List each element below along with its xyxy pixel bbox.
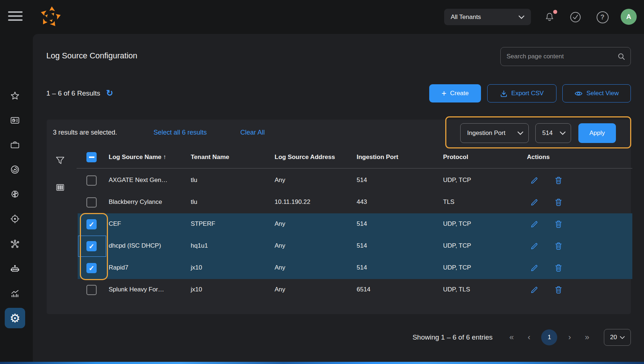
notifications-button[interactable] — [543, 10, 556, 24]
chevron-down-icon — [519, 15, 524, 19]
sort-asc-icon: ↑ — [163, 154, 166, 160]
delete-icon[interactable] — [554, 241, 563, 251]
select-all-checkbox[interactable] — [86, 152, 97, 162]
star-icon — [10, 91, 20, 101]
delete-icon[interactable] — [554, 176, 563, 185]
chevron-down-icon — [517, 131, 523, 135]
row-checkbox[interactable]: ✓ — [86, 219, 97, 229]
edit-icon[interactable] — [529, 220, 539, 229]
select-all-link[interactable]: Select all 6 results — [154, 129, 207, 136]
create-button[interactable]: + Create — [429, 84, 481, 102]
filter-button[interactable] — [55, 155, 66, 166]
chevron-down-icon — [560, 131, 566, 135]
header-divider — [77, 168, 632, 169]
question-icon: ? — [597, 11, 609, 23]
sidebar-item-automation[interactable] — [5, 259, 25, 279]
search-input[interactable] — [507, 53, 617, 60]
table-row[interactable]: ✓ AXGATE Next Gen… tlu Any 514 UDP, TCP — [78, 170, 632, 191]
delete-icon[interactable] — [554, 220, 563, 229]
page-title: Log Source Configuration — [46, 51, 137, 61]
next-page-button[interactable]: › — [568, 333, 571, 341]
edit-icon[interactable] — [529, 263, 539, 273]
eye-icon — [574, 89, 583, 98]
sidebar-item-reports[interactable] — [5, 283, 25, 304]
radar-icon — [10, 164, 20, 175]
bulk-field-selector[interactable]: Ingestion Port — [460, 123, 529, 143]
last-page-button[interactable]: » — [585, 333, 589, 341]
first-page-button[interactable]: « — [509, 333, 514, 341]
dashboard-icon — [10, 115, 20, 125]
edit-icon[interactable] — [529, 285, 539, 295]
row-checkbox[interactable]: ✓ — [86, 197, 97, 208]
table-row-selected[interactable]: ✓ CEF STPERF Any 514 UDP, TCP — [78, 213, 632, 235]
current-page-button[interactable]: 1 — [541, 329, 557, 345]
sidebar-item-cases[interactable] — [5, 135, 25, 155]
selection-count-text: 3 results are selected. — [53, 129, 117, 136]
columns-button[interactable] — [55, 182, 66, 193]
notification-dot — [553, 10, 557, 14]
refresh-icon[interactable]: ↻ — [106, 89, 113, 97]
column-header-address[interactable]: Log Source Address — [275, 154, 335, 161]
delete-icon[interactable] — [554, 285, 563, 295]
app-window: All Tenants ? A — [0, 0, 644, 364]
edit-icon[interactable] — [529, 241, 539, 251]
bulk-port-selector[interactable]: 514 — [535, 123, 571, 143]
avatar[interactable]: A — [621, 9, 637, 25]
table-row-selected[interactable]: ✓ dhcpd (ISC DHCP) hq1u1 Any 514 UDP, TC… — [78, 235, 632, 257]
sidebar-item-detections[interactable] — [5, 159, 25, 180]
columns-icon — [55, 182, 65, 193]
briefcase-icon — [10, 140, 20, 150]
tenant-selector-value: All Tenants — [451, 13, 519, 21]
sidebar-item-favorites[interactable] — [5, 86, 25, 106]
table-header: Log Source Name ↑ Tenant Name Log Source… — [78, 151, 632, 168]
check-circle-icon — [569, 11, 582, 23]
column-header-port[interactable]: Ingestion Port — [357, 154, 398, 161]
table-body: ✓ AXGATE Next Gen… tlu Any 514 UDP, TCP … — [78, 170, 632, 301]
row-checkbox[interactable]: ✓ — [86, 175, 97, 186]
edit-icon[interactable] — [529, 198, 539, 207]
column-header-actions: Actions — [527, 154, 550, 161]
sidebar: ⚙ — [0, 34, 33, 364]
sidebar-item-dashboards[interactable] — [5, 110, 25, 131]
row-checkbox[interactable]: ✓ — [86, 241, 97, 251]
clear-all-link[interactable]: Clear All — [240, 129, 265, 136]
page-size-selector[interactable]: 20 — [604, 329, 631, 346]
table-row[interactable]: ✓ Splunk Heavy For… jx10 Any 6514 UDP, T… — [78, 279, 632, 301]
page-search — [500, 47, 631, 66]
apply-button[interactable]: Apply — [578, 123, 616, 143]
delete-icon[interactable] — [554, 198, 563, 207]
chart-icon — [10, 289, 20, 299]
brain-icon — [10, 189, 20, 200]
table-row-selected[interactable]: ✓ Rapid7 jx10 Any 514 UDP, TCP — [78, 257, 632, 279]
tasks-button[interactable] — [569, 10, 582, 24]
top-bar: All Tenants ? A — [0, 0, 644, 34]
tenant-selector[interactable]: All Tenants — [444, 9, 531, 25]
delete-icon[interactable] — [554, 263, 563, 273]
bottom-accent-bar — [0, 362, 644, 364]
search-icon[interactable] — [617, 53, 625, 61]
row-checkbox[interactable]: ✓ — [86, 285, 97, 295]
hamburger-menu-icon[interactable] — [8, 11, 23, 22]
plus-icon: + — [442, 89, 446, 98]
table-row[interactable]: ✓ Blackberry Cylance tlu 10.11.190.22 44… — [78, 191, 632, 213]
export-csv-button[interactable]: Export CSV — [487, 84, 556, 102]
sidebar-item-settings[interactable]: ⚙ — [5, 308, 25, 328]
column-header-tenant[interactable]: Tenant Name — [191, 154, 229, 161]
sidebar-item-hunting[interactable] — [5, 209, 25, 229]
chevron-down-icon — [620, 336, 625, 339]
column-header-name[interactable]: Log Source Name ↑ — [109, 154, 166, 161]
download-icon — [500, 90, 508, 97]
funnel-icon — [55, 155, 65, 166]
edit-icon[interactable] — [529, 176, 539, 185]
network-icon — [10, 239, 20, 249]
column-header-protocol[interactable]: Protocol — [443, 154, 468, 161]
sidebar-item-connectors[interactable] — [5, 234, 25, 255]
sidebar-item-ai[interactable] — [5, 184, 25, 205]
robot-icon — [10, 264, 20, 274]
select-view-button[interactable]: Select View — [562, 84, 631, 102]
prev-page-button[interactable]: ‹ — [528, 333, 530, 341]
results-summary-row: 1 – 6 of 6 Results ↻ — [46, 89, 113, 97]
help-button[interactable]: ? — [595, 10, 609, 24]
stellar-cyber-logo — [39, 5, 62, 28]
row-checkbox[interactable]: ✓ — [86, 263, 97, 273]
